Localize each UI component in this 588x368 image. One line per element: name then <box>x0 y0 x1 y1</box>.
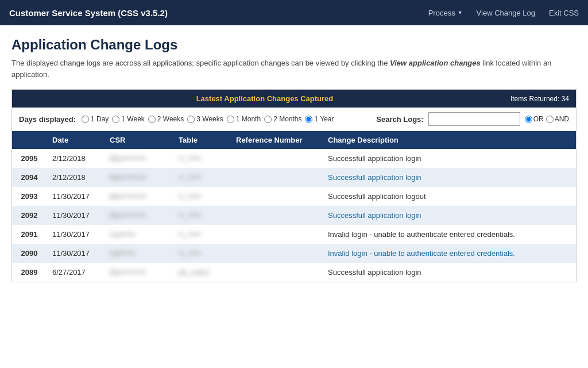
table-header-bar: Lastest Application Changes Captured Ite… <box>12 90 576 108</box>
cell-table: ••_••••• <box>173 168 230 187</box>
and-label: AND <box>555 115 569 123</box>
table-body: 2095 2/12/2018 Ma•••••••••• ••_••••• Suc… <box>12 149 576 282</box>
cell-date: 2/12/2018 <box>47 149 104 168</box>
cell-csr: Ma•••••••••• <box>104 149 173 168</box>
cell-desc: Successfull application logout <box>322 187 576 206</box>
top-nav: Customer Service System (CSS v3.5.2) Pro… <box>0 0 588 25</box>
table-header-row: Date CSR Table Reference Number Change D… <box>12 131 576 149</box>
app-title: Customer Service System (CSS v3.5.2) <box>9 8 168 18</box>
radio-1week[interactable] <box>112 116 119 123</box>
cell-table: ••_••••• <box>173 187 230 206</box>
cell-table: ••_••••• <box>173 244 230 263</box>
page-description: The displayed change logs are accross al… <box>11 57 577 80</box>
filter-3weeks[interactable]: 3 Weeks <box>187 115 223 123</box>
cell-date: 11/30/2017 <box>47 206 104 225</box>
filter-2months[interactable]: 2 Months <box>264 115 301 123</box>
cell-id: 2089 <box>12 263 47 282</box>
cell-id: 2092 <box>12 206 47 225</box>
radio-1month[interactable] <box>227 116 234 123</box>
cell-desc: Invalid login - unable to authenticate e… <box>322 244 576 263</box>
col-id <box>12 131 47 149</box>
cell-table: pb_users <box>173 263 230 282</box>
table-row: 2094 2/12/2018 Ma•••••••••• ••_••••• Suc… <box>12 168 576 187</box>
filter-2weeks[interactable]: 2 Weeks <box>148 115 184 123</box>
cell-date: 11/30/2017 <box>47 225 104 244</box>
col-ref: Reference Number <box>230 131 322 149</box>
radio-1day[interactable] <box>82 116 89 123</box>
table-row: 2095 2/12/2018 Ma•••••••••• ••_••••• Suc… <box>12 149 576 168</box>
table-row: 2090 11/30/2017 hal•••••• ••_••••• Inval… <box>12 244 576 263</box>
or-radio-label[interactable]: OR <box>525 115 544 123</box>
cell-csr: ma•••••• <box>104 225 173 244</box>
cell-table: ••_••••• <box>173 149 230 168</box>
cell-ref <box>230 244 322 263</box>
cell-ref <box>230 206 322 225</box>
filter-label: Days displayed: <box>19 115 76 124</box>
cell-desc: Successfull application login <box>322 206 576 225</box>
table-head: Date CSR Table Reference Number Change D… <box>12 131 576 149</box>
col-date: Date <box>47 131 104 149</box>
cell-id: 2095 <box>12 149 47 168</box>
search-input[interactable] <box>428 112 520 126</box>
col-desc: Change Description <box>322 131 576 149</box>
cell-ref <box>230 149 322 168</box>
or-label: OR <box>533 115 544 123</box>
cell-table: ••_••••• <box>173 225 230 244</box>
cell-desc: Successfull application login <box>322 263 576 282</box>
cell-csr: Ma•••••••••• <box>104 263 173 282</box>
or-and-group: OR AND <box>525 115 569 123</box>
radio-3weeks[interactable] <box>187 116 195 123</box>
page-title: Application Change Logs <box>11 37 577 53</box>
cell-date: 11/30/2017 <box>47 187 104 206</box>
process-menu[interactable]: Process <box>428 9 463 17</box>
cell-id: 2090 <box>12 244 47 263</box>
filter-1day[interactable]: 1 Day <box>82 115 109 123</box>
items-returned-label: Items Returned: <box>510 95 559 103</box>
table-row: 2091 11/30/2017 ma•••••• ••_••••• Invali… <box>12 225 576 244</box>
cell-csr: Ma•••••••••• <box>104 206 173 225</box>
cell-ref <box>230 168 322 187</box>
radio-2months[interactable] <box>264 116 272 123</box>
filter-1year[interactable]: 1 Year <box>305 115 334 123</box>
filter-1month[interactable]: 1 Month <box>227 115 261 123</box>
cell-csr: hal•••••• <box>104 244 173 263</box>
radio-or[interactable] <box>525 116 532 123</box>
cell-date: 2/12/2018 <box>47 168 104 187</box>
items-returned-value: 34 <box>562 95 569 103</box>
cell-csr: Ma•••••••••• <box>104 187 173 206</box>
col-csr: CSR <box>104 131 173 149</box>
cell-table: ••_••••• <box>173 206 230 225</box>
filter-bar: Days displayed: 1 Day 1 Week 2 Weeks 3 W… <box>12 108 576 131</box>
main-content: Application Change Logs The displayed ch… <box>0 25 588 288</box>
cell-csr: Ma•••••••••• <box>104 168 173 187</box>
radio-2weeks[interactable] <box>148 116 156 123</box>
data-table: Date CSR Table Reference Number Change D… <box>12 131 576 282</box>
cell-desc: Successfull application login <box>322 149 576 168</box>
cell-ref <box>230 263 322 282</box>
view-app-changes-link[interactable]: View application changes <box>390 59 481 67</box>
desc-part1: The displayed change logs are accross al… <box>11 59 390 67</box>
cell-ref <box>230 187 322 206</box>
search-section: Search Logs: OR AND <box>376 112 569 126</box>
radio-1year[interactable] <box>305 116 312 123</box>
table-row: 2092 11/30/2017 Ma•••••••••• ••_••••• Su… <box>12 206 576 225</box>
items-returned: Items Returned: 34 <box>510 95 569 103</box>
cell-date: 11/30/2017 <box>47 244 104 263</box>
cell-desc: Successfull application login <box>322 168 576 187</box>
filter-1week[interactable]: 1 Week <box>112 115 144 123</box>
search-label: Search Logs: <box>376 115 423 124</box>
table-container: Lastest Application Changes Captured Ite… <box>11 89 577 282</box>
col-table: Table <box>173 131 230 149</box>
radio-and[interactable] <box>546 116 554 123</box>
nav-links: Process View Change Log Exit CSS <box>428 9 579 17</box>
table-row: 2089 6/27/2017 Ma•••••••••• pb_users Suc… <box>12 263 576 282</box>
cell-ref <box>230 225 322 244</box>
cell-date: 6/27/2017 <box>47 263 104 282</box>
exit-css-link[interactable]: Exit CSS <box>549 9 579 17</box>
cell-desc: Invalid login - unable to authenticate e… <box>322 225 576 244</box>
cell-id: 2093 <box>12 187 47 206</box>
cell-id: 2091 <box>12 225 47 244</box>
cell-id: 2094 <box>12 168 47 187</box>
and-radio-label[interactable]: AND <box>546 115 569 123</box>
view-change-log-link[interactable]: View Change Log <box>477 9 535 17</box>
